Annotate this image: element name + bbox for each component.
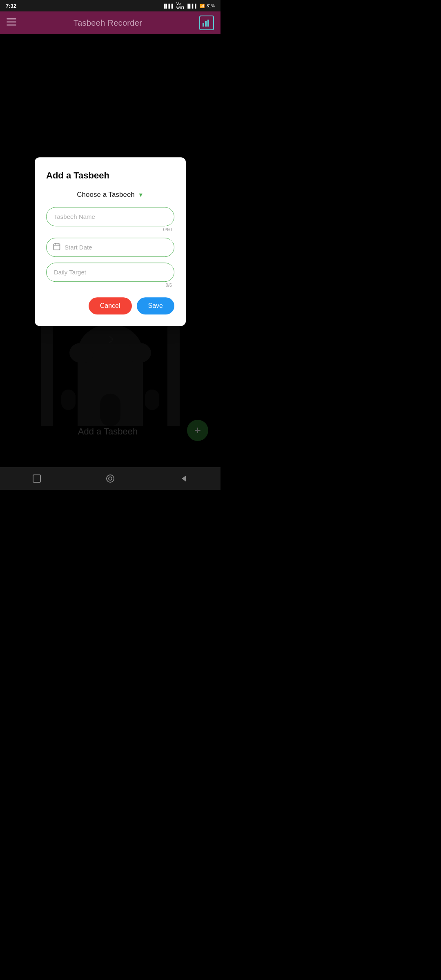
status-icons: ▐▌▌▌ VoWiFi ▐▌▌▌ 📶 81% bbox=[163, 2, 215, 10]
hamburger-icon[interactable] bbox=[7, 18, 16, 27]
nav-home-button[interactable] bbox=[102, 470, 118, 487]
calendar-icon bbox=[53, 242, 61, 252]
svg-rect-20 bbox=[205, 21, 207, 27]
tasbeeh-name-input[interactable] bbox=[46, 207, 174, 226]
dialog-title: Add a Tasbeeh bbox=[46, 170, 174, 181]
svg-rect-22 bbox=[54, 244, 60, 250]
dialog-actions: Cancel Save bbox=[46, 297, 174, 314]
status-time: 7:32 bbox=[6, 3, 16, 9]
nav-back-button[interactable] bbox=[176, 470, 192, 487]
daily-target-group: 0/6 bbox=[46, 263, 174, 287]
cancel-button[interactable]: Cancel bbox=[89, 297, 132, 314]
daily-target-counter: 0/6 bbox=[46, 283, 174, 287]
tasbeeh-name-group: 0/60 bbox=[46, 207, 174, 232]
svg-rect-18 bbox=[7, 24, 16, 26]
signal-icon: ▐▌▌▌ bbox=[163, 4, 174, 8]
signal2-icon: ▐▌▌▌ bbox=[186, 4, 198, 8]
nav-square-button[interactable] bbox=[29, 470, 45, 487]
status-bar: 7:32 ▐▌▌▌ VoWiFi ▐▌▌▌ 📶 81% bbox=[0, 0, 220, 11]
svg-rect-16 bbox=[7, 18, 16, 20]
save-button[interactable]: Save bbox=[137, 297, 174, 314]
add-tasbeeh-dialog: Add a Tasbeeh Choose a Tasbeeh ▼ 0/60 0/… bbox=[35, 157, 186, 326]
chevron-down-icon: ▼ bbox=[138, 192, 144, 198]
svg-rect-26 bbox=[33, 475, 40, 482]
choose-tasbeeh-dropdown[interactable]: Choose a Tasbeeh ▼ bbox=[46, 191, 174, 199]
choose-tasbeeh-label: Choose a Tasbeeh bbox=[77, 191, 134, 199]
app-title: Tasbeeh Recorder bbox=[74, 18, 142, 28]
vo-wifi-label: VoWiFi bbox=[176, 2, 184, 10]
wifi-icon: 📶 bbox=[200, 4, 205, 8]
start-date-input[interactable] bbox=[46, 238, 174, 257]
battery-level: 81% bbox=[207, 4, 215, 8]
daily-target-input[interactable] bbox=[46, 263, 174, 282]
bar-chart-icon[interactable] bbox=[199, 16, 214, 30]
start-date-group bbox=[46, 238, 174, 257]
svg-point-27 bbox=[107, 475, 114, 482]
nav-bar bbox=[0, 467, 220, 490]
svg-marker-29 bbox=[182, 476, 186, 481]
app-bar: Tasbeeh Recorder bbox=[0, 11, 220, 34]
svg-rect-19 bbox=[203, 23, 204, 27]
svg-rect-21 bbox=[207, 20, 209, 27]
svg-rect-17 bbox=[7, 22, 16, 23]
tasbeeh-name-counter: 0/60 bbox=[46, 227, 174, 232]
svg-point-28 bbox=[109, 477, 112, 480]
